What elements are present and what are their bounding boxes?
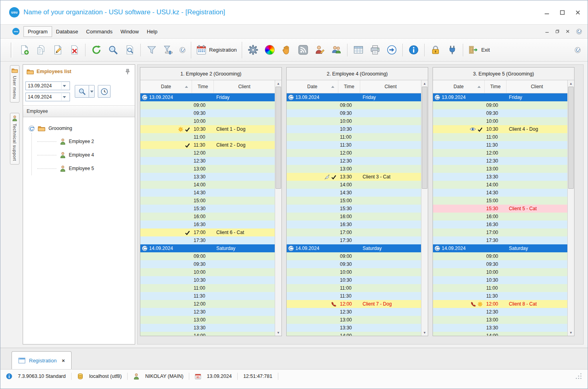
- time-slot-row[interactable]: 09:00: [287, 252, 421, 260]
- time-slot-row[interactable]: 09:30: [433, 109, 567, 117]
- time-slot-row[interactable]: 14:30: [287, 189, 421, 197]
- date-group-row[interactable]: 13.09.2024Friday: [140, 93, 275, 101]
- table-button[interactable]: [350, 41, 367, 59]
- time-slot-row[interactable]: 10:00: [287, 117, 421, 125]
- time-slot-row[interactable]: 17:00: [287, 228, 421, 236]
- time-slot-row[interactable]: 10:00: [433, 117, 567, 125]
- time-slot-row[interactable]: 11:30: [287, 292, 421, 300]
- date-group-row[interactable]: 14.09.2024Saturday: [287, 244, 421, 252]
- copy-record-button[interactable]: [33, 41, 49, 59]
- menu-customize-icon[interactable]: [576, 29, 582, 35]
- time-slot-row[interactable]: 16:30: [433, 221, 567, 228]
- time-slot-row[interactable]: 17:00Client 6 - Cat: [140, 228, 275, 236]
- column-header-date[interactable]: Date: [140, 80, 192, 93]
- time-slot-row[interactable]: 17:00: [433, 228, 567, 236]
- pin-icon[interactable]: [124, 69, 131, 75]
- tab-registration[interactable]: Registration×: [12, 351, 72, 369]
- time-slot-row[interactable]: 13:30: [140, 173, 275, 181]
- date-group-row[interactable]: 14.09.2024Saturday: [433, 244, 567, 252]
- time-slot-row[interactable]: 17:30: [433, 236, 567, 244]
- menu-item-program[interactable]: Program: [23, 26, 52, 37]
- employee-edit-button[interactable]: [311, 41, 328, 59]
- menu-item-database[interactable]: Database: [52, 27, 82, 37]
- time-slot-row[interactable]: 11:00: [287, 284, 421, 292]
- time-slot-row[interactable]: 10:30Client 1 - Dog: [140, 125, 275, 133]
- time-slot-row[interactable]: 09:00: [140, 252, 275, 260]
- rail-tab-0[interactable]: User menu: [10, 65, 19, 103]
- scroll-thumb[interactable]: [422, 87, 427, 189]
- time-slot-row[interactable]: 11:30: [433, 141, 567, 149]
- scroll-track[interactable]: [275, 87, 281, 329]
- about-button[interactable]: [405, 41, 422, 59]
- search-dropdown-button[interactable]: [89, 85, 95, 98]
- time-slot-row[interactable]: 15:00: [287, 197, 421, 205]
- registration-button[interactable]: Registration: [194, 41, 239, 59]
- time-slot-row[interactable]: 15:30: [140, 205, 275, 213]
- time-slot-row[interactable]: 13:30: [287, 324, 421, 332]
- time-slot-row[interactable]: 14:00: [433, 181, 567, 189]
- time-slot-row[interactable]: 09:30: [140, 260, 275, 268]
- tab-close-icon[interactable]: ×: [60, 358, 65, 364]
- collapse-icon[interactable]: [29, 126, 35, 132]
- column-header-date[interactable]: Date: [287, 80, 338, 93]
- schedule-column-title[interactable]: 2. Employee 4 (Groooming): [287, 68, 428, 80]
- scroll-thumb[interactable]: [568, 87, 574, 189]
- user-label[interactable]: NIKOLAY (MAIN): [145, 374, 183, 379]
- employees-button[interactable]: [328, 41, 345, 59]
- date-from-input[interactable]: [28, 83, 60, 89]
- rail-tab-1[interactable]: Technical support: [10, 113, 19, 165]
- time-slot-row[interactable]: 13:30: [140, 324, 275, 332]
- search-button[interactable]: [75, 85, 89, 98]
- scroll-thumb[interactable]: [276, 87, 281, 189]
- lock-button[interactable]: [427, 41, 444, 59]
- time-slot-row[interactable]: 12:00: [140, 149, 275, 157]
- tree-item-employee[interactable]: Employee 2: [29, 135, 135, 148]
- time-slot-row[interactable]: 16:00: [287, 213, 421, 221]
- time-slot-row[interactable]: 12:00: [433, 149, 567, 157]
- time-slot-row[interactable]: 09:00: [287, 101, 421, 109]
- column-header-time[interactable]: Time: [485, 80, 506, 93]
- time-slot-row[interactable]: 09:30: [140, 109, 275, 117]
- time-slot-row[interactable]: 14:00: [140, 181, 275, 189]
- schedule-scrollbar[interactable]: ▲▼: [275, 80, 281, 336]
- minimize-icon[interactable]: [544, 10, 549, 15]
- date-group-row[interactable]: 13.09.2024Friday: [287, 93, 421, 101]
- filter-options-button[interactable]: [177, 41, 188, 59]
- time-slot-row[interactable]: 10:00: [140, 268, 275, 276]
- date-from-dropdown-icon[interactable]: [61, 82, 67, 89]
- time-slot-row[interactable]: 14:30: [140, 189, 275, 197]
- time-slot-row[interactable]: 13:30: [433, 324, 567, 332]
- time-slot-row[interactable]: 09:00: [433, 252, 567, 260]
- time-slot-row[interactable]: 14:30: [433, 189, 567, 197]
- time-slot-row[interactable]: 14:00: [140, 332, 275, 336]
- menu-item-window[interactable]: Window: [116, 27, 143, 37]
- close-icon[interactable]: [575, 10, 580, 15]
- time-slot-row[interactable]: 14:00: [287, 181, 421, 189]
- date-from-field[interactable]: [25, 81, 70, 90]
- scroll-down-icon[interactable]: ▼: [421, 329, 428, 336]
- scroll-up-icon[interactable]: ▲: [421, 80, 428, 87]
- time-slot-row[interactable]: 13:00: [433, 316, 567, 324]
- search-button[interactable]: [105, 41, 121, 59]
- column-header-date[interactable]: Date: [433, 80, 485, 93]
- scroll-down-icon[interactable]: ▼: [568, 329, 574, 336]
- time-slot-row[interactable]: 12:30: [140, 308, 275, 316]
- time-slot-row[interactable]: 11:00: [433, 284, 567, 292]
- column-header-client[interactable]: Client: [214, 80, 275, 93]
- time-slot-row[interactable]: 12:30: [433, 308, 567, 316]
- date-to-field[interactable]: [25, 93, 70, 101]
- plugin-button[interactable]: [444, 41, 460, 59]
- time-slot-row[interactable]: 09:00: [140, 101, 275, 109]
- exit-button[interactable]: Exit: [466, 41, 493, 59]
- time-slot-row[interactable]: 11:00: [140, 133, 275, 141]
- time-slot-row[interactable]: 16:00: [433, 213, 567, 221]
- time-slot-row[interactable]: 09:30: [433, 260, 567, 268]
- settings-button[interactable]: [245, 41, 261, 59]
- time-slot-row[interactable]: 13:30Client 3 - Cat: [287, 173, 421, 181]
- date-to-dropdown-icon[interactable]: [61, 93, 67, 101]
- time-slot-row[interactable]: 10:30: [433, 276, 567, 284]
- edit-record-button[interactable]: [49, 41, 66, 59]
- time-slot-row[interactable]: 12:00: [140, 300, 275, 308]
- time-slot-row[interactable]: 17:30: [287, 236, 421, 244]
- time-slot-row[interactable]: 14:00: [287, 332, 421, 336]
